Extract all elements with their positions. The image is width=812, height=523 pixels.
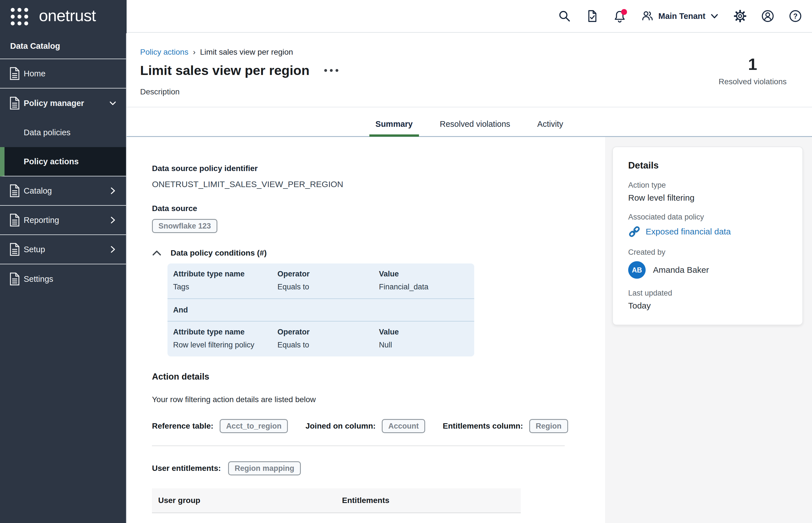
sidebar-item-reporting[interactable]: Reporting: [0, 206, 126, 235]
page-title: Limit sales view per region: [140, 62, 310, 79]
description-label: Description: [140, 87, 180, 96]
condition-operator: Equals to: [278, 282, 379, 292]
reference-table-field: Reference table: Acct_to_region: [152, 419, 288, 433]
sidebar-item-catalog[interactable]: Catalog: [0, 176, 126, 206]
condition-col-header: Value: [379, 269, 469, 279]
tab-activity[interactable]: Activity: [537, 111, 563, 137]
last-updated-label: Last updated: [628, 289, 787, 297]
document-icon: [10, 272, 20, 286]
condition-col-header: Value: [379, 327, 469, 337]
account-icon[interactable]: [761, 10, 774, 22]
condition-attribute: Row level filtering policy: [173, 340, 278, 350]
condition-attribute: Tags: [173, 282, 278, 292]
entitlements-column-chip: Region: [529, 419, 568, 433]
document-icon: [10, 214, 20, 227]
joined-on-column-label: Joined on column:: [305, 421, 375, 431]
sidebar-nav: Data Catalog Home Policy manager Data po…: [0, 33, 127, 523]
tenant-switcher[interactable]: Main Tenant: [641, 10, 719, 22]
condition-row: Attribute type name Row level filtering …: [167, 322, 474, 357]
condition-row: Attribute type name Tags Operator Equals…: [167, 264, 474, 299]
joined-on-column-chip: Account: [382, 419, 425, 433]
right-panel: Details Action type Row level filtering …: [605, 137, 812, 523]
product-title: Data Catalog: [0, 33, 126, 59]
chevron-right-icon: [109, 245, 117, 254]
condition-col-header: Operator: [278, 327, 379, 337]
column-header-entitlements: Entitlements: [342, 496, 514, 505]
document-icon: [10, 243, 20, 256]
entitlements-table: User group Entitlements: [152, 488, 521, 513]
condition-col-header: Operator: [278, 269, 379, 279]
tenant-label: Main Tenant: [658, 12, 705, 21]
created-by-name: Amanda Baker: [653, 265, 709, 275]
app-window: Main Tenant: [0, 0, 812, 523]
identifier-value: ONETRUST_LIMIT_SALES_VIEW_PER_REGION: [152, 179, 597, 190]
section-divider: [152, 446, 565, 446]
resolved-violations-stat: 1 Resolved violations: [719, 55, 787, 86]
condition-col-header: Attribute type name: [173, 327, 278, 337]
identifier-label: Data source policy identifier: [152, 164, 597, 173]
collapse-chevron-up-icon[interactable]: [152, 250, 162, 256]
reference-table-chip: Acct_to_region: [219, 419, 288, 433]
notifications-bell-icon[interactable]: [613, 10, 626, 22]
tab-resolved-violations[interactable]: Resolved violations: [440, 111, 510, 137]
column-header-user-group: User group: [158, 496, 342, 505]
app-grid-icon[interactable]: [11, 8, 28, 25]
details-title: Details: [628, 160, 787, 171]
condition-col-header: Attribute type name: [173, 269, 278, 279]
entitlements-table-header: User group Entitlements: [152, 488, 521, 513]
condition-conjunction: And: [167, 299, 474, 321]
chevron-down-icon: [710, 12, 719, 21]
action-type-label: Action type: [628, 181, 787, 190]
associated-policy-link-row[interactable]: Exposed financial data: [628, 226, 787, 238]
entitlements-column-label: Entitlements column:: [443, 421, 523, 431]
sidebar-item-policy-manager[interactable]: Policy manager: [0, 89, 126, 118]
tab-bar: Summary Resolved violations Activity: [127, 111, 812, 137]
user-entitlements-row: User entitlements: Region mapping: [152, 461, 597, 475]
breadcrumb: Policy actions › Limit sales view per re…: [140, 47, 293, 57]
reference-table-label: Reference table:: [152, 421, 213, 431]
action-details-fields: Reference table: Acct_to_region Joined o…: [152, 419, 597, 433]
action-details-subtitle: Your row filtering action details are li…: [152, 395, 597, 404]
gear-icon[interactable]: [734, 10, 746, 22]
entitlements-column-field: Entitlements column: Region: [443, 419, 568, 433]
associated-policy-link[interactable]: Exposed financial data: [646, 227, 731, 236]
sidebar-item-policy-actions[interactable]: Policy actions: [0, 147, 126, 176]
breadcrumb-separator: ›: [193, 47, 195, 57]
last-updated-value: Today: [628, 301, 787, 310]
document-icon: [10, 97, 20, 110]
sidebar-item-setup[interactable]: Setup: [0, 235, 126, 264]
condition-operator: Equals to: [278, 340, 379, 350]
main-content: Policy actions › Limit sales view per re…: [127, 33, 812, 523]
more-actions-menu-icon[interactable]: [323, 66, 339, 75]
sidebar-item-home[interactable]: Home: [0, 59, 126, 89]
document-icon: [10, 184, 20, 197]
document-check-icon[interactable]: [586, 10, 599, 22]
data-source-label: Data source: [152, 204, 597, 213]
sidebar-item-data-policies[interactable]: Data policies: [0, 118, 126, 147]
stat-value: 1: [719, 55, 787, 73]
user-entitlements-label: User entitlements:: [152, 464, 221, 473]
link-icon: [628, 226, 640, 238]
joined-on-column-field: Joined on column: Account: [305, 419, 425, 433]
associated-policy-label: Associated data policy: [628, 213, 787, 221]
help-icon[interactable]: ?: [789, 10, 802, 22]
condition-value: Financial_data: [379, 282, 469, 292]
breadcrumb-policy-actions-link[interactable]: Policy actions: [140, 47, 188, 57]
header-divider: [127, 107, 812, 107]
avatar: AB: [628, 261, 646, 279]
conditions-title: Data policy conditions (#): [171, 248, 267, 258]
search-icon[interactable]: [558, 10, 571, 22]
data-source-chip: Snowflake 123: [152, 219, 217, 233]
details-card: Details Action type Row level filtering …: [612, 146, 803, 325]
stat-label: Resolved violations: [719, 77, 787, 86]
user-entitlements-chip: Region mapping: [228, 461, 301, 475]
condition-value: Null: [379, 340, 469, 350]
tab-summary[interactable]: Summary: [375, 111, 413, 137]
users-icon: [641, 10, 654, 22]
document-icon: [10, 67, 20, 80]
created-by-row: AB Amanda Baker: [628, 261, 787, 279]
chevron-right-icon: [109, 216, 117, 224]
sidebar-item-settings[interactable]: Settings: [0, 264, 126, 294]
chevron-right-icon: [109, 186, 117, 195]
breadcrumb-current: Limit sales view per region: [200, 47, 293, 57]
